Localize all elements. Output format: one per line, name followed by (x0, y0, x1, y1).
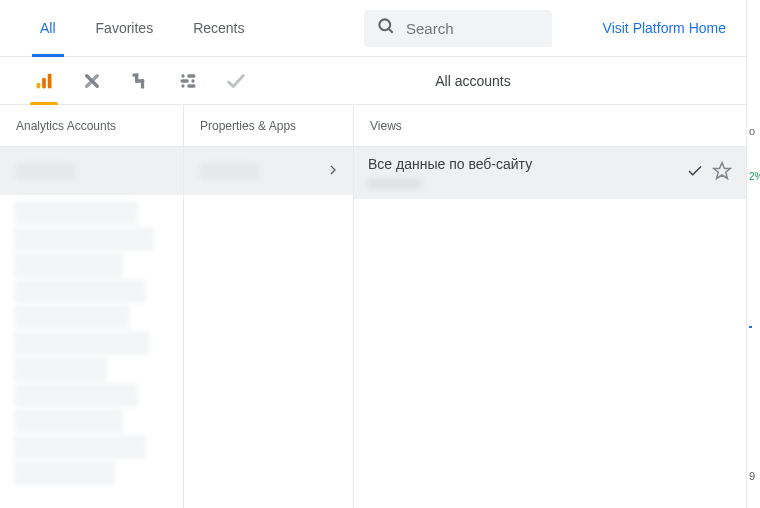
view-subtitle: 00000000 (368, 177, 678, 191)
accounts-column: Analytics Accounts (0, 105, 184, 508)
search-icon (376, 16, 396, 40)
tag-manager-icon[interactable] (68, 57, 116, 105)
product-bar: All accounts (0, 57, 746, 105)
surveys-icon[interactable] (212, 57, 260, 105)
view-item[interactable]: Все данные по веб-сайту 00000000 (354, 147, 746, 199)
product-icons (20, 57, 260, 105)
property-item[interactable] (184, 147, 353, 195)
views-list: Все данные по веб-сайту 00000000 (354, 147, 746, 508)
svg-line-1 (389, 29, 393, 33)
edge-fragment: 2% (749, 171, 760, 182)
tabs: All Favorites Recents (20, 0, 265, 57)
svg-rect-11 (187, 74, 195, 77)
tab-favorites[interactable]: Favorites (76, 0, 174, 57)
view-title: Все данные по веб-сайту (368, 155, 678, 175)
search-box[interactable] (364, 10, 552, 47)
svg-point-0 (379, 19, 390, 30)
views-column: Views Все данные по веб-сайту 00000000 (354, 105, 746, 508)
svg-rect-15 (187, 84, 195, 87)
search-input[interactable] (406, 20, 596, 37)
tab-recents[interactable]: Recents (173, 0, 264, 57)
star-icon[interactable] (712, 161, 732, 185)
redacted-text (16, 163, 76, 179)
top-bar: All Favorites Recents Visit Platform Hom… (0, 0, 746, 57)
account-item[interactable] (0, 147, 183, 195)
background-page-edge: о 2% 9 (746, 0, 760, 508)
redacted-text (200, 163, 260, 179)
view-text: Все данные по веб-сайту 00000000 (368, 155, 678, 191)
svg-point-12 (181, 74, 184, 77)
all-accounts-label: All accounts (435, 73, 510, 89)
properties-header: Properties & Apps (184, 105, 353, 147)
accounts-list (0, 147, 183, 508)
edge-fragment (749, 326, 752, 328)
svg-point-14 (191, 79, 194, 82)
svg-point-16 (181, 84, 184, 87)
edge-fragment: о (749, 125, 755, 137)
data-studio-icon[interactable] (164, 57, 212, 105)
properties-list (184, 147, 353, 508)
chevron-right-icon (325, 162, 341, 181)
svg-rect-13 (181, 79, 189, 82)
svg-rect-2 (37, 82, 41, 88)
svg-marker-17 (714, 162, 731, 178)
properties-column: Properties & Apps (184, 105, 354, 508)
svg-rect-3 (42, 77, 46, 88)
redacted-block (0, 195, 183, 491)
accounts-header: Analytics Accounts (0, 105, 183, 147)
analytics-icon[interactable] (20, 57, 68, 105)
views-header: Views (354, 105, 746, 147)
edge-fragment: 9 (749, 470, 755, 482)
visit-platform-home-link[interactable]: Visit Platform Home (603, 20, 726, 36)
check-icon (686, 162, 704, 184)
columns: Analytics Accounts Properties & Apps (0, 105, 746, 508)
svg-rect-10 (141, 79, 144, 88)
optimize-icon[interactable] (116, 57, 164, 105)
tab-all[interactable]: All (20, 0, 76, 57)
svg-rect-4 (48, 73, 52, 88)
